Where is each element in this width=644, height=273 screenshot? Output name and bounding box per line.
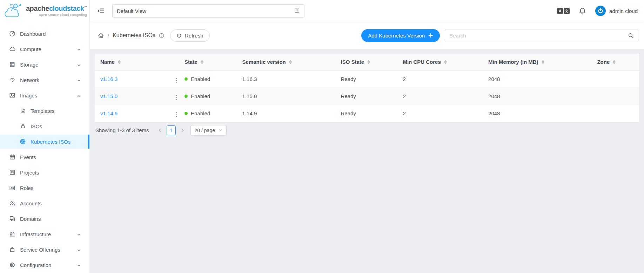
version-name-link[interactable]: v1.15.0	[100, 93, 118, 99]
sidebar-item-label: Projects	[20, 170, 81, 176]
state-value: Enabled	[191, 76, 210, 82]
brand-tagline: open source cloud computing	[26, 13, 87, 17]
sidebar-item-label: Templates	[31, 108, 81, 114]
content-area: Name State Semantic version ISO State Mi…	[90, 49, 644, 273]
translate-latin-icon: A	[557, 8, 563, 14]
refresh-button-label: Refresh	[185, 33, 203, 39]
sidebar-collapse-button[interactable]	[98, 7, 105, 15]
sidebar-item-label: Images	[20, 93, 77, 98]
version-name-link[interactable]: v1.16.3	[100, 76, 118, 82]
sidebar-item-label: Events	[20, 154, 81, 160]
sidebar-item-images[interactable]: Images	[0, 88, 89, 102]
zone-value	[597, 70, 639, 88]
sidebar-item-network[interactable]: Network	[0, 73, 89, 87]
svg-text:?: ?	[161, 34, 162, 37]
team-icon	[9, 200, 15, 206]
add-kubernetes-version-button[interactable]: Add Kubernetes Version	[361, 29, 440, 42]
min-cpu-value: 2	[403, 88, 488, 105]
dashboard-icon	[9, 30, 15, 37]
view-filter-select[interactable]	[112, 4, 304, 18]
sidebar-item-events[interactable]: Events	[0, 150, 89, 164]
min-cpu-value: 2	[403, 105, 488, 122]
language-switch-button[interactable]: A	[557, 8, 570, 14]
column-header-actions	[174, 54, 185, 70]
column-header-iso-state[interactable]: ISO State	[341, 54, 403, 70]
search-icon[interactable]	[628, 33, 634, 39]
pagination-page-1[interactable]: 1	[167, 125, 176, 135]
user-menu[interactable]: admin cloud	[595, 6, 638, 16]
sort-icon	[289, 60, 292, 64]
sidebar-item-configuration[interactable]: Configuration	[0, 258, 89, 272]
min-cpu-value: 2	[403, 70, 488, 88]
sidebar-item-dashboard[interactable]: Dashboard	[0, 27, 89, 41]
sidebar-item-storage[interactable]: Storage	[0, 57, 89, 71]
semantic-version-value: 1.16.3	[242, 70, 341, 88]
breadcrumb-current-page: Kubernetes ISOs	[113, 32, 155, 39]
status-enabled-dot	[185, 112, 188, 115]
reload-icon	[176, 33, 182, 38]
home-icon[interactable]	[98, 32, 104, 39]
kubernetes-icon	[20, 138, 26, 145]
sidebar-item-label: Compute	[20, 46, 77, 52]
sidebar-item-label: Accounts	[20, 200, 81, 206]
column-header-name[interactable]: Name	[95, 54, 174, 70]
column-header-state[interactable]: State	[185, 54, 242, 70]
row-actions-menu-icon[interactable]	[174, 111, 179, 118]
semantic-version-value: 1.14.9	[242, 105, 341, 122]
notifications-bell-icon[interactable]	[579, 7, 586, 15]
chevron-down-icon	[77, 78, 81, 82]
sort-icon	[201, 60, 203, 64]
column-header-min-cpu-cores[interactable]: Min CPU Cores	[403, 54, 488, 70]
pagination-prev-button[interactable]	[155, 125, 165, 135]
sidebar-item-kubernetes-isos[interactable]: Kubernetes ISOs	[0, 135, 89, 149]
cloudstack-logo[interactable]: apachecloudstack™ open source cloud comp…	[0, 0, 89, 22]
main-area: A admin cloud / Kubernetes ISOs	[90, 0, 644, 273]
view-filter-input[interactable]	[117, 8, 294, 14]
state-value: Enabled	[191, 93, 210, 99]
sidebar-item-label: Storage	[20, 62, 77, 68]
row-actions-menu-icon[interactable]	[174, 76, 179, 84]
sidebar: apachecloudstack™ open source cloud comp…	[0, 0, 90, 273]
column-header-min-memory[interactable]: Min Memory (in MB)	[488, 54, 597, 70]
sort-icon	[367, 60, 370, 64]
sidebar-item-isos[interactable]: ISOs	[0, 119, 89, 133]
help-question-circle-icon[interactable]: ?	[159, 33, 165, 39]
template-save-icon	[20, 108, 26, 114]
top-bar: A admin cloud	[90, 0, 644, 22]
cloud-icon	[9, 46, 15, 52]
translate-cjk-icon	[564, 8, 570, 14]
row-actions-menu-icon[interactable]	[174, 94, 179, 101]
sidebar-item-roles[interactable]: Roles	[0, 181, 89, 195]
version-name-link[interactable]: v1.14.9	[100, 110, 118, 116]
sidebar-item-label: Dashboard	[20, 31, 81, 37]
sidebar-item-domains[interactable]: Domains	[0, 212, 89, 226]
gear-icon	[9, 262, 15, 268]
sidebar-item-templates[interactable]: Templates	[0, 104, 89, 118]
sidebar-item-accounts[interactable]: Accounts	[0, 196, 89, 210]
wifi-icon	[9, 77, 15, 83]
brand-text: apachecloudstack™ open source cloud comp…	[26, 5, 87, 17]
column-header-semantic-version[interactable]: Semantic version	[242, 54, 341, 70]
sidebar-item-service-offerings[interactable]: Service Offerings	[0, 243, 89, 257]
column-header-zone[interactable]: Zone	[597, 54, 639, 70]
search-input[interactable]	[449, 33, 628, 39]
iso-state-value: Ready	[341, 88, 403, 105]
chevron-right-icon	[180, 128, 185, 132]
sidebar-item-infrastructure[interactable]: Infrastructure	[0, 227, 89, 241]
refresh-button[interactable]: Refresh	[170, 29, 210, 42]
sidebar-item-compute[interactable]: Compute	[0, 42, 89, 56]
sort-icon	[542, 60, 544, 64]
shopping-bag-icon	[9, 246, 15, 253]
sidebar-item-label: Roles	[20, 185, 81, 191]
search-box	[445, 29, 638, 42]
sidebar-item-label: Infrastructure	[20, 231, 77, 237]
user-name: admin cloud	[609, 8, 638, 14]
sidebar-item-label: Kubernetes ISOs	[31, 139, 81, 145]
add-button-label: Add Kubernetes Version	[368, 33, 425, 39]
actionbar-right: Add Kubernetes Version	[361, 29, 638, 42]
sidebar-item-projects[interactable]: Projects	[0, 165, 89, 179]
page-size-select[interactable]: 20 / page	[190, 125, 227, 136]
database-icon	[9, 61, 15, 68]
pagination-next-button[interactable]	[178, 125, 187, 135]
chevron-down-icon	[77, 247, 81, 252]
